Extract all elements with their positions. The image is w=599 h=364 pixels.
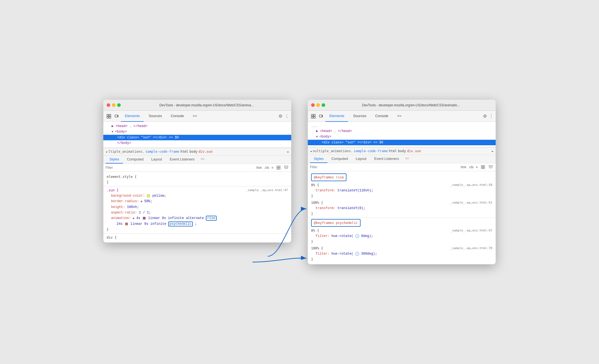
svg-rect-15: [314, 117, 315, 118]
add-style-button-left[interactable]: +: [271, 165, 274, 170]
collapse-icon-right[interactable]: [488, 164, 493, 170]
maximize-button-right[interactable]: [322, 103, 325, 107]
svg-rect-19: [483, 165, 485, 167]
prop-animation-rise: animation: ▶ 4s linear 0s infinite alter…: [107, 215, 288, 221]
tab-more-styles-right[interactable]: >>: [403, 155, 411, 163]
tab-styles-left[interactable]: Styles: [106, 155, 123, 163]
titlebar-left: DevTools - developer.mozilla.org/en-US/d…: [103, 100, 291, 111]
rise-100-transform: transform: translateY(0);: [311, 205, 492, 211]
tab-computed-left[interactable]: Computed: [123, 155, 147, 163]
styles-tabs-left: Styles Computed Layout Event Listeners >…: [103, 155, 291, 164]
cls-button-right[interactable]: .cls: [469, 165, 474, 169]
tab-console-right[interactable]: Console: [371, 111, 392, 122]
minimize-button[interactable]: [112, 103, 115, 107]
layout-icon-right[interactable]: [480, 164, 486, 170]
more-options-icon-right[interactable]: ⋮: [489, 114, 493, 119]
tab-sources-right[interactable]: Sources: [349, 111, 370, 122]
toolbar-left: Elements Sources Console >> ⚙ ⋮: [103, 111, 291, 122]
svg-rect-7: [279, 166, 280, 167]
devtools-window-right: DevTools - developer.mozilla.org/en-US/d…: [308, 100, 496, 264]
arrow-psychedelic: [253, 258, 306, 262]
settings-icon-right[interactable]: ⚙: [483, 114, 487, 119]
tab-layout-left[interactable]: Layout: [147, 155, 166, 163]
traffic-lights-right: [311, 103, 325, 107]
rise-0-transform: transform: translateY(110vh);: [311, 188, 492, 193]
filter-input-left[interactable]: [106, 166, 253, 170]
tab-styles-right[interactable]: Styles: [310, 155, 327, 163]
close-button[interactable]: [107, 103, 110, 107]
psychedelic-keyword: psychedelic: [168, 221, 193, 226]
more-options-icon[interactable]: ⋮: [285, 114, 289, 119]
info-icon-360: i: [355, 252, 359, 256]
svg-rect-6: [277, 166, 278, 167]
dom-div-sun-right[interactable]: <div class= "sun" ></div> == $0: [308, 140, 496, 145]
svg-rect-21: [483, 167, 485, 169]
hov-button-right[interactable]: :hov: [460, 165, 466, 169]
cls-button-left[interactable]: .cls: [264, 166, 269, 170]
element-style-rule: element.style { }: [103, 173, 291, 186]
dom-dots: ...: [308, 123, 496, 128]
tab-elements-right[interactable]: Elements: [325, 111, 348, 122]
svg-rect-9: [279, 168, 280, 169]
breadcrumb-right: ◄ nultiple_animations. sample-code-frame…: [308, 147, 496, 155]
animation-swatch-2: [125, 223, 128, 225]
tab-elements-left[interactable]: Elements: [121, 111, 144, 122]
window-title-left: DevTools - developer.mozilla.org/en-US/d…: [125, 103, 288, 107]
keyframe-psychedelic-label: @keyframes psychedelic: [311, 219, 361, 227]
add-style-button-right[interactable]: +: [476, 165, 478, 169]
dom-body-close[interactable]: </body>: [103, 140, 291, 146]
collapse-icon-left[interactable]: [283, 165, 289, 170]
prop-aspect-ratio: aspect-ratio: 1 / 1;: [107, 210, 288, 215]
breadcrumb-back-icon[interactable]: ◄: [106, 150, 107, 153]
svg-rect-14: [311, 117, 313, 118]
layout-icon-left[interactable]: [276, 165, 281, 170]
tab-more-styles-left[interactable]: >>: [198, 155, 207, 163]
tab-more-right[interactable]: >>: [393, 111, 405, 122]
info-icon-0: i: [355, 234, 359, 238]
breadcrumb-forward-icon[interactable]: ►: [287, 150, 289, 153]
svg-rect-13: [314, 114, 315, 116]
svg-rect-20: [481, 167, 483, 169]
prop-animation-psychedelic: 24s linear 0s infinite psychedelic ;: [107, 221, 288, 227]
tab-event-listeners-right[interactable]: Event Listeners: [370, 155, 403, 163]
titlebar-right: DevTools - developer.mozilla.org/en-US/d…: [308, 100, 496, 111]
filter-input-right[interactable]: [310, 165, 458, 169]
breadcrumb-forward-icon-right[interactable]: ►: [492, 150, 493, 153]
inspector-icon-right[interactable]: [310, 113, 317, 120]
tab-sources-left[interactable]: Sources: [145, 111, 166, 122]
toolbar-right: Elements Sources Console >> ⚙ ⋮: [308, 111, 496, 122]
keyframes-psychedelic-rule: @keyframes psychedelic 0% { _sample_.ap……: [308, 218, 496, 263]
tab-event-listeners-left[interactable]: Event Listeners: [166, 155, 198, 163]
hov-button-left[interactable]: :hov: [256, 166, 262, 170]
inspector-icon[interactable]: [106, 113, 112, 120]
dom-div-sun[interactable]: <div class= "sun" ></div> == $0: [103, 135, 291, 140]
tab-computed-right[interactable]: Computed: [327, 155, 352, 163]
tab-more-left[interactable]: >>: [189, 111, 201, 122]
traffic-lights-left: [107, 103, 121, 107]
svg-rect-1: [109, 114, 111, 116]
svg-rect-3: [109, 117, 111, 118]
settings-icon[interactable]: ⚙: [279, 114, 282, 119]
div-style-rule: div {: [103, 234, 291, 241]
minimize-button-right[interactable]: [316, 103, 320, 107]
svg-rect-10: [285, 166, 288, 167]
devtools-window-left: DevTools - developer.mozilla.org/en-US/d…: [103, 100, 291, 242]
color-swatch-yellow: [147, 194, 150, 197]
tab-layout-right[interactable]: Layout: [352, 155, 370, 163]
breadcrumb-back-icon-right[interactable]: ◄: [310, 150, 312, 153]
filter-bar-left: :hov .cls +: [103, 164, 291, 172]
dom-body-open[interactable]: ▼ <body>: [103, 129, 291, 135]
dom-body-open-right[interactable]: ▼ <body>: [308, 134, 496, 140]
device-icon[interactable]: [113, 113, 120, 120]
sun-style-rule: .sun { _sample_.ap…ons.html:47 backgroun…: [103, 186, 291, 233]
dom-head-line[interactable]: ▶ <head> … </head>: [103, 123, 291, 129]
styles-panel-left: element.style { } .sun { _sample_.ap…ons…: [103, 172, 291, 242]
tab-console-left[interactable]: Console: [167, 111, 188, 122]
device-icon-right[interactable]: [318, 113, 324, 120]
maximize-button[interactable]: [117, 103, 121, 107]
dom-head-line-right[interactable]: ▶ <head> … </head>: [308, 128, 496, 134]
prop-background-color: background-color: yellow;: [107, 193, 288, 199]
prop-height: height: 100vh;: [107, 204, 288, 210]
close-button-right[interactable]: [311, 103, 315, 107]
dom-panel-right: ... ▶ <head> … </head> ▼ <body> <div cla…: [308, 122, 496, 147]
